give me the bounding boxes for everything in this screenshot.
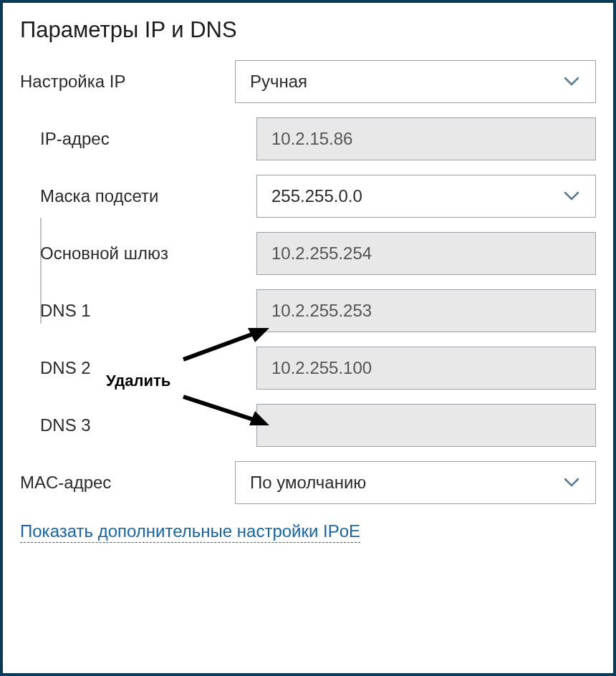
show-ipoe-link[interactable]: Показать дополнительные настройки IPoE (20, 521, 360, 543)
ip-fields-group: IP-адрес 10.2.15.86 Маска подсети 255.25… (20, 117, 596, 447)
ip-mode-value: Ручная (250, 72, 307, 92)
chevron-down-icon (564, 478, 579, 488)
gateway-label: Основной шлюз (20, 243, 256, 264)
dns2-value: 10.2.255.100 (271, 358, 372, 378)
gateway-row: Основной шлюз 10.2.255.254 (20, 232, 596, 275)
dns1-value: 10.2.255.253 (271, 301, 372, 321)
section-title: Параметры IP и DNS (20, 17, 596, 43)
gateway-value: 10.2.255.254 (271, 243, 372, 264)
subnet-mask-label: Маска подсети (20, 186, 256, 206)
dns3-input[interactable] (256, 404, 596, 447)
subnet-mask-value: 255.255.0.0 (271, 186, 362, 206)
mac-row: MAC-адрес По умолчанию (20, 461, 596, 504)
mac-label: MAC-адрес (20, 473, 235, 493)
subnet-mask-row: Маска подсети 255.255.0.0 (20, 175, 596, 218)
dns2-input[interactable]: 10.2.255.100 (256, 347, 596, 390)
ip-mode-row: Настройка IP Ручная (20, 60, 596, 103)
dns2-label: DNS 2 (20, 358, 256, 378)
dns2-row: DNS 2 10.2.255.100 (20, 347, 596, 390)
mac-value: По умолчанию (250, 473, 366, 493)
ip-address-label: IP-адрес (20, 129, 256, 149)
gateway-input[interactable]: 10.2.255.254 (256, 232, 596, 275)
subnet-mask-select[interactable]: 255.255.0.0 (256, 175, 596, 218)
chevron-down-icon (564, 191, 579, 201)
ip-address-value: 10.2.15.86 (271, 129, 352, 149)
chevron-down-icon (564, 77, 579, 87)
dns1-label: DNS 1 (20, 301, 256, 321)
show-more-row: Показать дополнительные настройки IPoE (20, 521, 596, 541)
dns3-row: DNS 3 (20, 404, 596, 447)
ip-mode-select[interactable]: Ручная (235, 60, 596, 103)
dns1-row: DNS 1 10.2.255.253 (20, 289, 596, 332)
dns3-label: DNS 3 (20, 415, 256, 435)
ip-address-row: IP-адрес 10.2.15.86 (20, 117, 596, 160)
mac-select[interactable]: По умолчанию (235, 461, 596, 504)
ip-mode-label: Настройка IP (20, 72, 235, 92)
ip-address-input[interactable]: 10.2.15.86 (256, 117, 596, 160)
dns1-input[interactable]: 10.2.255.253 (256, 289, 596, 332)
